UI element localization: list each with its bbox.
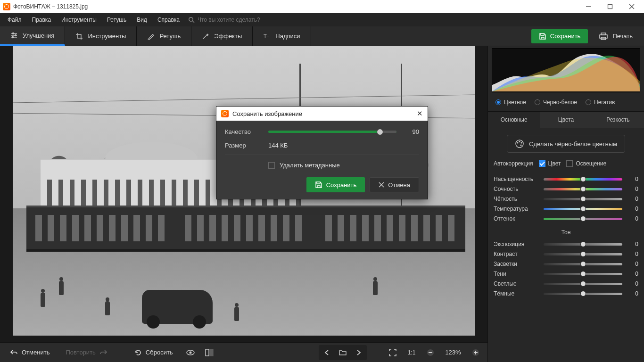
tab-text[interactable]: TT Надписи (253, 26, 311, 46)
zoom-actual-button[interactable]: 1:1 (405, 346, 419, 359)
next-image-button[interactable] (352, 346, 366, 359)
slider-Контраст[interactable]: Контраст0 (494, 251, 638, 257)
menu-file[interactable]: Файл (3, 15, 26, 25)
slider-Сочность[interactable]: Сочность0 (494, 186, 638, 192)
delete-metadata-label: Удалить метаданные (280, 162, 340, 169)
undo-button[interactable]: Отменить (5, 346, 55, 359)
slider-Экспозиция[interactable]: Экспозиция0 (494, 241, 638, 247)
tab-text-label: Надписи (275, 33, 300, 40)
slider-Светлые[interactable]: Светлые0 (494, 280, 638, 287)
window-close-button[interactable] (625, 2, 638, 11)
compare-icon (205, 349, 214, 356)
dialog-title: Сохранить изображение (232, 110, 302, 117)
dialog-close-button[interactable]: ✕ (417, 109, 423, 118)
fit-icon (389, 349, 396, 356)
colormode-group: Цветное Черно-белое Негатив (488, 95, 644, 111)
svg-point-9 (12, 33, 14, 34)
svg-rect-1 (608, 5, 612, 9)
slider-Температура[interactable]: Температура0 (494, 206, 638, 212)
save-button[interactable]: Сохранить (531, 29, 588, 43)
tab-tools[interactable]: Инструменты (65, 26, 137, 46)
tab-retouch[interactable]: Ретушь (137, 26, 191, 46)
nav-group (319, 345, 367, 360)
compare-button[interactable] (202, 346, 216, 359)
svg-point-21 (521, 142, 522, 144)
svg-rect-25 (206, 349, 209, 356)
zoom-value[interactable]: 123% (442, 349, 464, 356)
preview-toggle-button[interactable] (183, 346, 198, 359)
subtab-sharp[interactable]: Резкость (592, 112, 644, 128)
slider-Насыщенность[interactable]: Насыщенность0 (494, 176, 638, 182)
window-maximize-button[interactable] (603, 2, 617, 11)
svg-line-12 (203, 35, 207, 39)
radio-color[interactable]: Цветное (493, 98, 529, 107)
quality-label: Качество (225, 128, 268, 135)
menu-view[interactable]: Вид (132, 15, 152, 25)
zoom-out-button[interactable] (423, 346, 438, 359)
redo-icon (99, 349, 107, 356)
subtab-colors[interactable]: Цвета (540, 112, 592, 128)
palette-icon (515, 139, 524, 148)
menu-help[interactable]: Справка (153, 15, 184, 25)
save-button-label: Сохранить (550, 33, 581, 40)
tab-effects[interactable]: Эффекты (191, 26, 253, 46)
command-search-input[interactable] (198, 16, 301, 23)
zoom-in-button[interactable] (469, 346, 483, 359)
histogram[interactable] (492, 48, 640, 92)
tab-retouch-label: Ретушь (159, 33, 181, 40)
dialog-logo-icon (221, 110, 229, 117)
print-button[interactable]: Печать (593, 29, 639, 43)
close-icon (379, 182, 384, 188)
radio-bw[interactable]: Черно-белое (532, 98, 580, 107)
svg-point-11 (12, 36, 13, 38)
autocorrection-row: Автокоррекция Цвет Освещение (488, 157, 644, 173)
open-folder-button[interactable] (336, 346, 350, 359)
auto-color-checkbox[interactable]: Цвет (539, 160, 561, 167)
plus-circle-icon (472, 349, 479, 356)
dialog-cancel-button[interactable]: Отмена (370, 177, 419, 192)
menu-retouch[interactable]: Ретушь (102, 15, 131, 25)
slider-Засветки[interactable]: Засветки0 (494, 261, 638, 267)
redo-button[interactable]: Повторить (60, 346, 112, 359)
svg-point-10 (15, 34, 16, 36)
size-label: Размер (225, 142, 268, 149)
slider-Тёмные[interactable]: Тёмные0 (494, 290, 638, 297)
print-icon (599, 33, 608, 40)
fit-screen-button[interactable] (386, 346, 400, 359)
tab-enhance-label: Улучшения (23, 32, 54, 39)
auto-light-checkbox[interactable]: Освещение (566, 160, 606, 167)
svg-point-24 (189, 351, 191, 354)
slider-Тени[interactable]: Тени0 (494, 271, 638, 277)
tab-tools-label: Инструменты (88, 33, 126, 40)
dialog-save-button[interactable]: Сохранить (306, 177, 365, 192)
menu-tools[interactable]: Инструменты (57, 15, 101, 25)
window-minimize-button[interactable] (582, 2, 595, 11)
menu-bar: Файл Правка Инструменты Ретушь Вид Справ… (0, 13, 644, 26)
search-icon (188, 16, 195, 23)
print-button-label: Печать (612, 33, 633, 40)
bottom-bar: Отменить Повторить Сбросить 1:1 123% (0, 342, 487, 362)
wand-icon (202, 33, 209, 40)
menu-edit[interactable]: Правка (27, 15, 56, 25)
slider-Чёткость[interactable]: Чёткость0 (494, 196, 638, 202)
folder-icon (339, 350, 347, 355)
slider-Оттенок[interactable]: Оттенок0 (494, 215, 638, 222)
prev-image-button[interactable] (320, 346, 334, 359)
save-image-dialog: Сохранить изображение ✕ Качество 90 Разм… (216, 106, 428, 199)
save-icon (315, 181, 322, 189)
quality-value: 90 (404, 128, 419, 135)
radio-negative[interactable]: Негатив (583, 98, 618, 107)
reset-button[interactable]: Сбросить (129, 346, 179, 359)
tab-enhance[interactable]: Улучшения (0, 26, 65, 46)
dialog-titlebar[interactable]: Сохранить изображение ✕ (216, 107, 428, 121)
delete-metadata-checkbox[interactable]: Удалить метаданные (268, 162, 419, 169)
svg-rect-26 (210, 349, 213, 356)
command-search[interactable] (188, 16, 301, 23)
subtab-basic[interactable]: Основные (488, 112, 540, 128)
colorize-bw-button[interactable]: Сделать чёрно-белое цветным (507, 135, 625, 153)
svg-text:T: T (264, 33, 267, 39)
quality-slider[interactable] (268, 131, 396, 133)
autocorrection-label: Автокоррекция (494, 160, 533, 167)
svg-point-20 (519, 141, 520, 142)
tone-section-header: Тон (488, 229, 644, 236)
